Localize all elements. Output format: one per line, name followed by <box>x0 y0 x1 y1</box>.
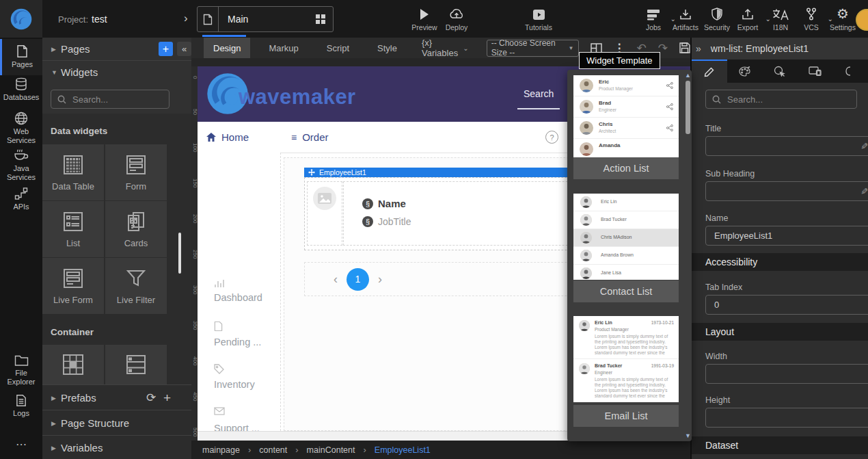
help-button[interactable]: ? <box>545 131 558 144</box>
tab-more[interactable] <box>832 60 868 83</box>
popup-scrollbar-thumb[interactable] <box>686 81 690 134</box>
tab-properties[interactable] <box>692 60 727 83</box>
tab-styles[interactable] <box>727 60 763 83</box>
accordion-icon <box>124 353 148 376</box>
sidebar-item-logs[interactable]: Logs <box>0 394 42 418</box>
add-page-button[interactable]: + <box>159 42 173 56</box>
more-options-button[interactable]: ⋯ <box>0 438 42 451</box>
sidebar-item-java-services[interactable]: Java Services <box>0 148 42 182</box>
prev-page-button[interactable]: ‹ <box>334 272 338 287</box>
app-search-link[interactable]: Search <box>524 88 554 99</box>
nav-item-home[interactable]: Home <box>206 131 249 143</box>
page-tab-main[interactable]: Main <box>197 6 334 32</box>
sidebar-item-apis[interactable]: APIs <box>0 187 42 211</box>
breadcrumb-item-current[interactable]: EmployeeList1 <box>375 445 431 455</box>
sidebar-item-pages[interactable]: Pages <box>0 39 42 75</box>
widget-tile-live-form[interactable]: Live Form <box>42 258 104 314</box>
video-icon <box>519 5 558 21</box>
sidebar-item-web-services[interactable]: Web Services <box>0 112 42 145</box>
add-prefab-button[interactable]: + <box>163 391 171 406</box>
project-label: Project: <box>58 14 88 25</box>
wavemaker-studio: { "topbar": { "project_label": "Project:… <box>0 0 868 459</box>
widget-tile-layout-grid[interactable] <box>42 345 104 384</box>
breadcrumb-item[interactable]: mainpage <box>202 445 240 455</box>
share-icon <box>666 82 673 89</box>
save-button[interactable] <box>679 42 690 53</box>
subheading-input[interactable] <box>705 181 868 201</box>
name-input[interactable] <box>705 226 868 246</box>
scroll-up-icon[interactable]: ▲ <box>685 72 691 79</box>
template-contact-list[interactable]: Eric Lin Brad Tucker Chris MAdison Amand… <box>573 194 679 280</box>
screen-size-select[interactable]: -- Choose Screen Size -- ▼ <box>487 40 579 57</box>
bind-property-icon[interactable]: ✎ <box>859 187 868 195</box>
form-icon <box>125 154 147 176</box>
next-page-button[interactable]: › <box>378 272 382 287</box>
tab-markup[interactable]: Markup <box>259 38 308 58</box>
tab-design[interactable]: Design <box>204 38 250 58</box>
widget-tile-accordion[interactable] <box>105 345 167 384</box>
nav-item-order[interactable]: ≡ Order <box>291 131 329 143</box>
panel-scrollbar-thumb[interactable] <box>178 233 181 274</box>
collapsed-arrow-icon: ▶ <box>51 395 61 402</box>
widget-tile-data-table[interactable]: Data Table <box>42 144 104 200</box>
sidenav-item-dashboard[interactable]: Dashboard <box>214 292 262 303</box>
chevron-right-icon[interactable]: › <box>184 12 188 25</box>
width-input[interactable] <box>705 364 868 384</box>
height-input[interactable] <box>705 408 868 428</box>
tabindex-input[interactable] <box>705 295 868 315</box>
template-action-list[interactable]: Eric Product Manager Brad Engineer Chris… <box>573 75 679 157</box>
tab-style[interactable]: Style <box>368 38 407 58</box>
tutorials-button[interactable]: Tutorials <box>519 5 558 31</box>
template-option-email-list[interactable]: Email List <box>573 405 679 427</box>
layout-section-header[interactable]: Layout <box>692 323 868 341</box>
avatar <box>580 214 592 226</box>
current-page-button[interactable]: 1 <box>347 268 369 291</box>
sidenav-item-inventory[interactable]: Inventory <box>214 379 255 390</box>
name-field[interactable]: § Name <box>362 198 406 209</box>
sidenav-item-pending[interactable]: Pending ... <box>214 337 261 347</box>
tab-events[interactable] <box>762 60 798 83</box>
page-tab-label: Main <box>219 14 315 25</box>
page-structure-label: Page Structure <box>61 417 129 429</box>
expand-panel-button[interactable]: » <box>696 43 701 54</box>
template-option-action-list[interactable]: Action List <box>573 157 679 179</box>
tab-script[interactable]: Script <box>317 38 359 58</box>
widget-search-box[interactable] <box>51 90 169 109</box>
page-structure-section-header[interactable]: ▶ Page Structure <box>42 410 191 436</box>
template-option-contact-list[interactable]: Contact List <box>573 280 679 302</box>
variables-section-header[interactable]: ▶ Variables <box>42 435 191 459</box>
breadcrumb-item[interactable]: mainContent <box>307 445 355 455</box>
sidebar-item-file-explorer[interactable]: File Explorer <box>0 354 42 386</box>
title-input[interactable] <box>705 136 868 156</box>
template-email-list[interactable]: Eric Lin 1973-10-21 Product Manager Lore… <box>573 316 679 402</box>
vertical-ruler: 0 50 100 150 200 250 300 350 400 450 500 <box>191 66 198 441</box>
folder-icon <box>0 354 42 367</box>
accessibility-section-header[interactable]: Accessibility <box>692 253 868 271</box>
properties-search-input[interactable] <box>726 94 856 105</box>
sidenav-item-support[interactable]: Support ... <box>214 423 260 431</box>
widget-template-popup: Eric Product Manager Brad Engineer Chris… <box>567 70 692 441</box>
widgets-section-header[interactable]: ▼ Widgets <box>42 60 191 83</box>
deploy-button[interactable]: Deploy <box>437 5 476 31</box>
picture-cell[interactable] <box>307 181 342 246</box>
scroll-down-icon[interactable]: ▼ <box>685 432 691 439</box>
dataset-section-header[interactable]: Dataset <box>692 436 868 454</box>
properties-search-box[interactable] <box>705 90 857 109</box>
widget-tile-list[interactable]: List <box>42 201 104 257</box>
widget-tile-cards[interactable]: Cards <box>105 201 167 257</box>
grid-icon[interactable] <box>315 14 326 25</box>
bind-property-icon[interactable]: ✎ <box>859 142 868 150</box>
sidebar-item-databases[interactable]: Databases <box>0 77 42 102</box>
tab-devices[interactable] <box>798 60 833 83</box>
variables-menu[interactable]: {x} Variables ⌄ <box>412 38 478 58</box>
widget-tile-live-filter[interactable]: Live Filter <box>105 258 167 314</box>
widget-tile-form[interactable]: Form <box>105 144 167 200</box>
pages-section-header[interactable]: ▶ Pages + « <box>42 38 191 60</box>
breadcrumb-item[interactable]: content <box>259 445 287 455</box>
refresh-icon[interactable]: ⟳ <box>146 391 156 405</box>
prefabs-section-header[interactable]: ▶ Prefabs ⟳ + <box>42 384 191 410</box>
collapse-panel-button[interactable]: « <box>177 42 191 56</box>
jobtitle-field[interactable]: § JobTitle <box>362 216 411 227</box>
search-input[interactable] <box>71 94 169 105</box>
wavemaker-logo[interactable] <box>0 0 42 38</box>
